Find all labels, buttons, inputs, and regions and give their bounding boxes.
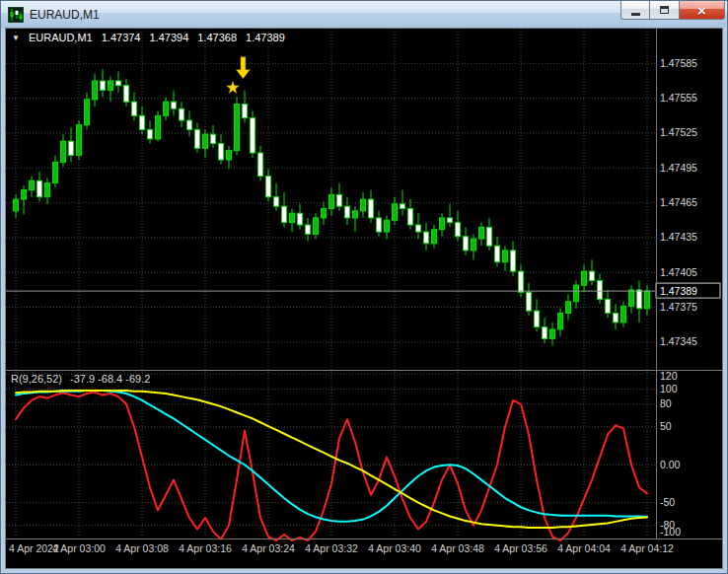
candle-body	[621, 306, 626, 322]
ohlc-symbol: EURAUD,M1	[29, 32, 93, 43]
time-axis-label: 4 Apr 03:08	[115, 542, 169, 554]
oscillator-line-R9	[16, 393, 647, 541]
candle-body	[77, 125, 82, 156]
candle-body	[61, 141, 66, 162]
candle-body	[495, 246, 500, 261]
star-icon	[227, 81, 240, 93]
candle-body	[124, 86, 129, 102]
price-scale-label: 1.47495	[660, 162, 697, 174]
price-scale-label: 1.47465	[660, 196, 697, 208]
time-axis-label: 4 Apr 03:48	[431, 542, 484, 554]
chart-client-area: 1.475851.475551.475251.474951.474651.474…	[5, 28, 723, 569]
candle-body	[180, 108, 184, 120]
candle-body	[164, 102, 169, 115]
candle-body	[456, 223, 461, 237]
candle-body	[393, 204, 398, 220]
indicator-name: R(9,26,52)	[11, 373, 62, 385]
candle-body	[550, 329, 555, 338]
indicator-scale-label: 0.00	[660, 459, 681, 470]
candle-body	[282, 206, 287, 222]
candle-body	[645, 291, 650, 309]
candle-body	[566, 302, 571, 314]
chart-canvas[interactable]: 1.475851.475551.475251.474951.474651.474…	[6, 29, 722, 568]
candle-body	[511, 251, 516, 271]
candle-body	[385, 220, 390, 232]
candle-body	[590, 271, 595, 280]
minimize-button[interactable]	[620, 1, 650, 20]
candle-body	[361, 199, 366, 211]
oscillator-lines	[16, 391, 647, 540]
symbol-dropdown-icon[interactable]: ▼	[12, 34, 20, 42]
candle-body	[140, 115, 145, 129]
time-axis-label: 4 Apr 03:24	[242, 542, 295, 554]
candle-body	[464, 237, 469, 251]
candle-body	[203, 134, 208, 148]
indicator-scale-label: 120	[660, 370, 678, 382]
candle-body	[353, 211, 358, 218]
indicator-scale-label: 50	[660, 420, 672, 432]
candle-body	[172, 102, 177, 108]
price-scale-label: 1.47525	[660, 126, 697, 138]
bid-price-tag-text: 1.47389	[660, 285, 697, 297]
candle-body	[543, 327, 547, 339]
candle-body	[314, 218, 319, 234]
maximize-button[interactable]	[650, 1, 680, 20]
candle-body	[69, 141, 74, 155]
candle-body	[519, 271, 524, 292]
candle-body	[85, 100, 90, 125]
indicator-scale-label: -100	[660, 526, 681, 538]
candle-body	[14, 199, 19, 211]
price-scale-label: 1.47555	[660, 92, 697, 104]
candle-body	[337, 194, 342, 206]
candle-body	[93, 81, 98, 100]
close-button[interactable]: ×	[680, 1, 725, 20]
price-scale-label: 1.47435	[660, 231, 697, 243]
candle-body	[251, 118, 255, 153]
candle-body	[582, 271, 587, 285]
indicator-label: R(9,26,52) -37.9 -68.4 -69.2	[11, 373, 150, 385]
price-scale-label: 1.47585	[660, 57, 697, 69]
candle-body	[535, 311, 540, 326]
candle-body	[416, 225, 421, 232]
candle-body	[598, 281, 603, 300]
candle-body	[109, 81, 113, 90]
candle-body	[606, 299, 611, 313]
candle-body	[440, 218, 445, 230]
close-icon: ×	[697, 3, 706, 18]
indicator-scale-label: 80	[660, 397, 672, 409]
candle-body	[637, 290, 642, 309]
candle-body	[298, 213, 303, 225]
window-titlebar[interactable]: EURAUD,M1 ×	[1, 1, 727, 28]
candle-body	[53, 162, 58, 182]
candle-body	[629, 290, 634, 306]
candle-body	[30, 180, 35, 189]
indicator-scale[interactable]: 12010080500.00-50-80-100	[660, 370, 681, 538]
grid-lines	[6, 29, 655, 538]
candle-body	[156, 115, 161, 139]
candle-body	[116, 81, 121, 86]
ohlc-open: 1.47374	[102, 32, 141, 43]
candle-body	[487, 227, 492, 246]
candle-body	[37, 180, 42, 196]
ohlc-close: 1.47389	[246, 32, 285, 43]
candle-body	[306, 225, 311, 234]
candle-body	[219, 144, 224, 160]
ohlc-header[interactable]: ▼ EURAUD,M1 1.47374 1.47394 1.47368 1.47…	[12, 32, 285, 43]
time-axis-label: 4 Apr 04:04	[557, 542, 611, 554]
maximize-icon	[660, 6, 669, 14]
candle-body	[274, 197, 279, 206]
candle-body	[258, 153, 263, 177]
candle-body	[345, 206, 350, 218]
candle-body	[400, 204, 405, 209]
candle-body	[479, 227, 484, 239]
time-axis[interactable]: 4 Apr 20224 Apr 03:004 Apr 03:084 Apr 03…	[9, 542, 674, 554]
price-scale-label: 1.47375	[660, 301, 697, 313]
candle-body	[45, 183, 50, 197]
app-icon	[8, 7, 24, 23]
ohlc-low: 1.47368	[197, 32, 237, 43]
candle-body	[322, 209, 327, 218]
ohlc-high: 1.47394	[149, 32, 188, 43]
candle-body	[243, 105, 248, 118]
candle-body	[235, 105, 240, 151]
time-axis-label: 4 Apr 03:56	[494, 542, 547, 554]
